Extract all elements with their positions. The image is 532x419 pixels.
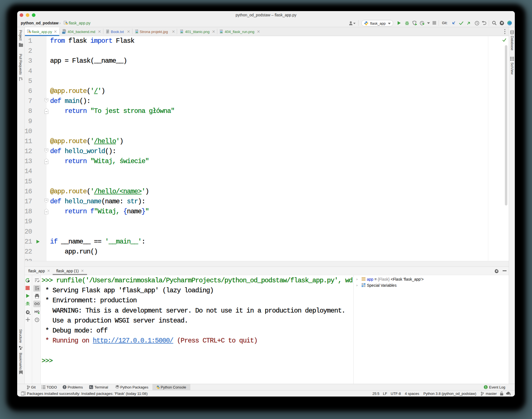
svg-text:MD: MD [62,32,65,34]
svg-text:1: 1 [485,386,487,389]
